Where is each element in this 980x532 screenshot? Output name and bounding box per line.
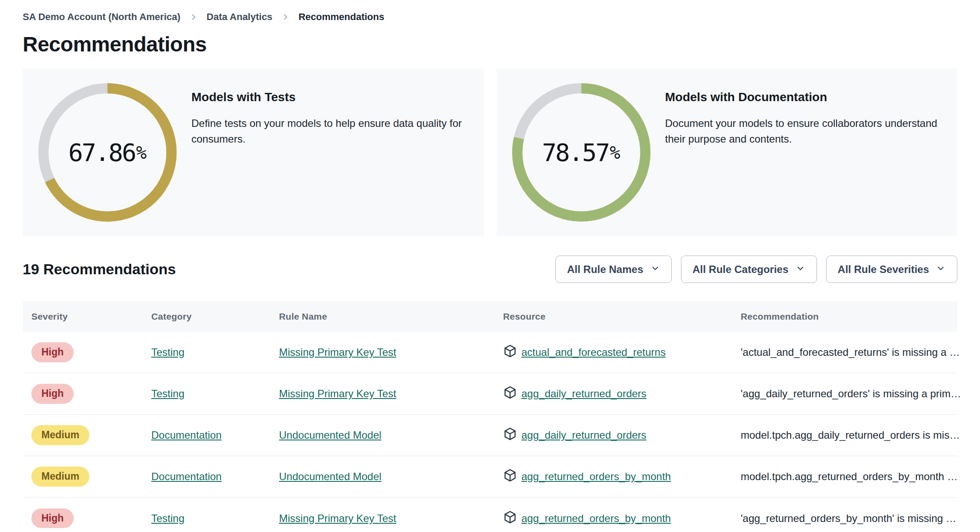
chevron-right-icon	[281, 13, 290, 21]
breadcrumb-item-current: Recommendations	[299, 11, 385, 23]
rule-name-link[interactable]: Missing Primary Key Test	[279, 388, 396, 399]
rule-name-link[interactable]: Undocumented Model	[279, 471, 381, 482]
page-title: Recommendations	[23, 32, 957, 56]
chevron-down-icon	[650, 263, 660, 276]
breadcrumb: SA Demo Account (North America) Data Ana…	[23, 9, 957, 24]
column-header-severity: Severity	[23, 311, 143, 322]
card-description: Define tests on your models to help ensu…	[191, 116, 466, 147]
category-link[interactable]: Testing	[151, 346, 184, 358]
filter-bar: All Rule Names All Rule Categories All R…	[555, 256, 957, 283]
card-models-with-documentation: 78.57% Models with Documentation Documen…	[497, 68, 958, 236]
donut-percent-label: 78.57%	[509, 80, 654, 225]
filter-label: All Rule Severities	[838, 263, 929, 276]
severity-badge: Medium	[31, 467, 89, 486]
chevron-down-icon	[796, 263, 805, 276]
filter-rule-names-dropdown[interactable]: All Rule Names	[555, 256, 672, 283]
severity-badge: High	[31, 342, 74, 362]
table-row: High Testing Missing Primary Key Test ac…	[23, 332, 957, 373]
recommendations-count: 19 Recommendations	[23, 261, 176, 278]
card-title: Models with Tests	[191, 90, 466, 104]
resource-link[interactable]: agg_daily_returned_orders	[521, 429, 647, 441]
rule-name-link[interactable]: Missing Primary Key Test	[279, 346, 396, 358]
filter-rule-severities-dropdown[interactable]: All Rule Severities	[826, 256, 957, 283]
column-header-recommendation: Recommendation	[732, 311, 957, 322]
donut-percent-label: 67.86%	[35, 80, 180, 225]
table-header-row: Severity Category Rule Name Resource Rec…	[23, 301, 957, 332]
filter-label: All Rule Categories	[693, 263, 789, 276]
severity-badge: High	[31, 384, 74, 403]
resource-link[interactable]: agg_daily_returned_orders	[521, 388, 647, 400]
resource-link[interactable]: agg_returned_orders_by_month	[521, 512, 671, 525]
recommendation-text: 'agg_daily_returned_orders' is missing a…	[732, 388, 961, 400]
card-description: Document your models to ensure collabora…	[665, 116, 940, 147]
category-link[interactable]: Testing	[151, 512, 184, 524]
rule-name-link[interactable]: Undocumented Model	[279, 429, 381, 441]
recommendations-table: Severity Category Rule Name Resource Rec…	[23, 301, 957, 532]
recommendation-text: 'agg_returned_orders_by_month' is missin…	[732, 512, 957, 525]
column-header-category: Category	[143, 311, 270, 322]
category-link[interactable]: Testing	[151, 388, 184, 399]
column-header-resource: Resource	[494, 311, 732, 322]
model-cube-icon	[503, 385, 517, 402]
column-header-rule-name: Rule Name	[270, 311, 494, 322]
rule-name-link[interactable]: Missing Primary Key Test	[279, 512, 396, 524]
card-models-with-tests: 67.86% Models with Tests Define tests on…	[23, 68, 484, 236]
chevron-down-icon	[936, 263, 946, 276]
table-row: High Testing Missing Primary Key Test ag…	[23, 498, 957, 532]
filter-rule-categories-dropdown[interactable]: All Rule Categories	[681, 256, 817, 283]
recommendation-text: 'actual_and_forecasted_returns' is missi…	[732, 346, 960, 358]
stat-cards: 67.86% Models with Tests Define tests on…	[23, 68, 957, 236]
resource-link[interactable]: agg_returned_orders_by_month	[521, 471, 671, 483]
category-link[interactable]: Documentation	[151, 471, 221, 482]
filter-label: All Rule Names	[567, 263, 643, 276]
list-header: 19 Recommendations All Rule Names All Ru…	[23, 256, 957, 283]
table-row: Medium Documentation Undocumented Model …	[23, 415, 957, 456]
severity-badge: High	[31, 508, 74, 528]
resource-link[interactable]: actual_and_forecasted_returns	[521, 346, 666, 358]
card-title: Models with Documentation	[665, 90, 940, 104]
tests-donut-chart: 67.86%	[35, 80, 180, 225]
table-row: Medium Documentation Undocumented Model …	[23, 456, 957, 498]
model-cube-icon	[503, 510, 517, 527]
docs-donut-chart: 78.57%	[509, 80, 654, 225]
model-cube-icon	[503, 344, 517, 361]
category-link[interactable]: Documentation	[151, 429, 221, 441]
recommendation-text: model.tpch.agg_daily_returned_orders is …	[732, 429, 960, 441]
breadcrumb-item-project[interactable]: Data Analytics	[207, 11, 272, 23]
model-cube-icon	[503, 468, 517, 485]
table-row: High Testing Missing Primary Key Test ag…	[23, 373, 957, 415]
model-cube-icon	[503, 427, 517, 443]
chevron-right-icon	[189, 13, 198, 21]
breadcrumb-item-account[interactable]: SA Demo Account (North America)	[23, 11, 180, 23]
recommendations-page: SA Demo Account (North America) Data Ana…	[0, 0, 980, 532]
severity-badge: Medium	[31, 425, 89, 445]
recommendation-text: model.tpch.agg_returned_orders_by_month …	[732, 471, 958, 483]
